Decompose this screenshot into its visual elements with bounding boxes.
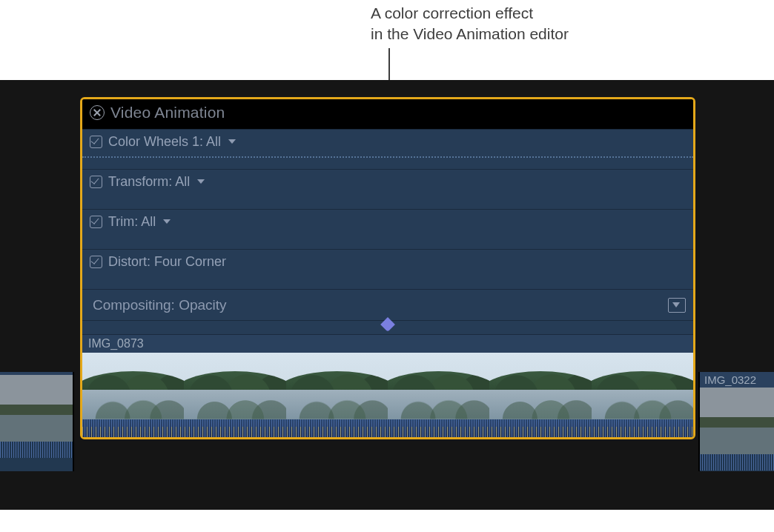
checkbox-icon[interactable] [90,136,102,148]
filmstrip-frame [592,353,693,419]
effect-name: Trim: [108,214,138,229]
playhead-track[interactable] [82,320,693,334]
effect-row-color-wheels[interactable]: Color Wheels 1: All [82,129,693,169]
adjacent-clip-right-label: IMG_0322 [700,372,774,388]
filmstrip-frame [184,353,285,419]
effect-row-trim[interactable]: Trim: All [82,209,693,249]
effect-name: Color Wheels 1: [108,134,203,149]
adjacent-clip-left-thumbnail [0,375,73,442]
timeline-background: IMG_0322 Video Animation Color Wheels 1:… [0,80,774,510]
effect-row-label: Color Wheels 1: All [108,134,221,150]
effect-row-label: Trim: All [108,214,156,230]
filmstrip-frame [82,353,184,419]
effect-row-transform[interactable]: Transform: All [82,169,693,209]
close-icon[interactable] [90,105,105,120]
effect-name: Transform: [108,174,172,189]
checkbox-icon[interactable] [90,256,102,268]
filmstrip-frame [388,353,489,419]
effect-param: Four Corner [150,254,226,269]
playhead-marker-icon[interactable] [380,317,395,332]
panel-title: Video Animation [110,104,225,122]
adjacent-clip-left[interactable] [0,372,74,471]
filmstrip-frame [489,353,591,419]
expand-down-icon[interactable] [668,298,686,313]
adjacent-clip-left-audio [0,442,73,458]
clip-filmstrip[interactable] [82,353,693,419]
adjacent-clip-right[interactable]: IMG_0322 [698,372,774,471]
effect-row-label: Transform: All [108,174,190,190]
adjacent-clip-right-audio [700,454,774,471]
effect-param: All [138,214,156,229]
effect-row-distort[interactable]: Distort: Four Corner [82,249,693,289]
callout-line-1: A color correction effect [371,3,756,24]
filmstrip-frame [286,353,388,419]
effect-param: All [203,134,221,149]
checkbox-icon[interactable] [90,216,102,228]
clip-audio-waveform[interactable] [82,419,693,437]
effect-row-label: Distort: Four Corner [108,254,226,270]
adjacent-clip-right-thumbnail [700,388,774,454]
checkbox-icon[interactable] [90,176,102,188]
compositing-label: Compositing: Opacity [93,297,227,313]
effect-param: All [172,174,190,189]
keyframe-track-dotted[interactable] [82,156,693,158]
chevron-down-icon[interactable] [197,179,205,184]
video-animation-panel: Video Animation Color Wheels 1: All Tran… [80,97,695,439]
effect-row-compositing[interactable]: Compositing: Opacity [82,289,693,320]
panel-header: Video Animation [82,99,693,129]
clip-name-label: IMG_0873 [82,334,693,353]
chevron-down-icon[interactable] [163,219,171,224]
callout-line-2: in the Video Animation editor [371,24,756,44]
effect-name: Distort: [108,254,150,269]
chevron-down-icon[interactable] [228,139,236,144]
callout: A color correction effect in the Video A… [371,3,756,45]
